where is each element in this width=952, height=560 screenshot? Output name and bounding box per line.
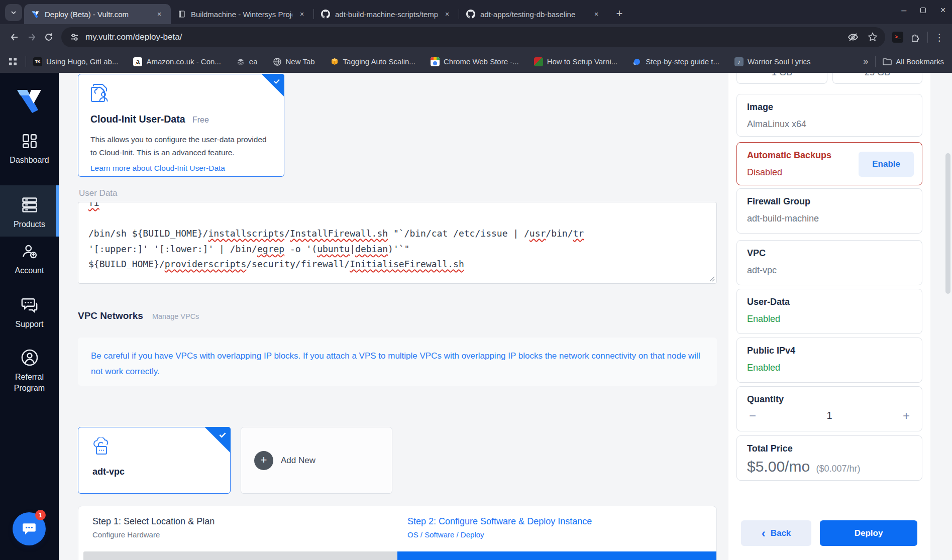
address-bar[interactable]: my.vultr.com/deploy-beta/ <box>61 27 885 47</box>
bookmark-item[interactable]: How to Setup Varni... <box>534 57 618 66</box>
bookmarks-overflow-icon[interactable] <box>863 56 868 67</box>
cloud-init-card[interactable]: Cloud-Init User-Data Free This allows yo… <box>78 74 284 177</box>
plus-icon <box>254 451 273 470</box>
bookmark-item[interactable]: Amazon.co.uk - Con... <box>133 57 221 66</box>
folder-icon <box>883 58 892 66</box>
package-favicon <box>330 57 339 66</box>
firewall-label: Firewall Group <box>747 196 912 207</box>
window-maximize-button[interactable] <box>920 8 926 13</box>
step-2-title: Step 2: Configure Software & Deploy Inst… <box>407 516 592 527</box>
site-settings-icon[interactable] <box>69 32 79 42</box>
close-tab-icon[interactable] <box>443 10 452 19</box>
terminal-extension-icon[interactable] <box>892 32 903 43</box>
sidebar-item-products[interactable]: Products <box>0 185 59 237</box>
bookmark-item[interactable]: New Tab <box>273 57 315 66</box>
all-bookmarks-button[interactable]: All Bookmarks <box>883 57 944 66</box>
deploy-steps-bar: Step 1: Select Location & Plan Configure… <box>78 506 717 560</box>
add-new-vpc-button[interactable]: Add New <box>241 427 392 494</box>
bookmark-star-icon[interactable] <box>867 32 878 43</box>
back-button-step[interactable]: Back <box>741 520 811 546</box>
bookmark-label: ea <box>249 57 258 66</box>
bookmark-item[interactable]: Warrior Soul Lyrics <box>734 57 811 66</box>
quantity-value: 1 <box>826 410 832 421</box>
github-icon <box>321 10 330 19</box>
toolbar-divider <box>927 32 928 43</box>
account-icon <box>21 243 39 261</box>
vpc-option-name: adt-vpc <box>92 467 230 477</box>
amazon-favicon <box>133 57 142 66</box>
back-button[interactable] <box>6 29 23 46</box>
quantity-decrease-button[interactable] <box>749 411 756 421</box>
bookmark-item[interactable]: Using Hugo, GitLab... <box>33 57 118 66</box>
music-favicon <box>734 57 744 66</box>
tab-vultr-deploy[interactable]: Deploy (Beta) - Vultr.com <box>24 4 171 24</box>
page-scrollbar[interactable] <box>945 153 950 294</box>
summary-quantity-card: Quantity 1 <box>736 386 922 431</box>
summary-image-card: Image AlmaLinux x64 <box>736 94 922 137</box>
tab-search-button[interactable] <box>5 4 22 21</box>
sidebar-item-support[interactable]: Support <box>0 296 59 330</box>
quantity-increase-button[interactable] <box>903 411 910 421</box>
user-data-status: Enabled <box>747 314 912 324</box>
sidebar-item-dashboard[interactable]: Dashboard <box>0 132 59 166</box>
vultr-logo[interactable] <box>0 87 59 113</box>
reload-button[interactable] <box>40 29 57 46</box>
summary-backups-card: Automatic Backups Disabled Enable <box>736 142 922 185</box>
sidebar-item-referral-program[interactable]: Referral Program <box>0 348 59 393</box>
window-close-button[interactable] <box>940 6 946 15</box>
close-tab-icon[interactable] <box>297 10 306 19</box>
close-tab-icon[interactable] <box>155 10 164 19</box>
step-2-tab[interactable]: Step 2: Configure Software & Deploy Inst… <box>407 516 592 539</box>
bookmark-label: Tagging Auto Scalin... <box>343 57 415 66</box>
chrome-web-store-favicon <box>431 57 440 66</box>
manage-vpcs-link[interactable]: Manage VPCs <box>152 312 199 320</box>
tab-github-adt-apps[interactable]: adt-apps/testing-db-baseline <box>459 4 608 24</box>
window-minimize-button[interactable] <box>901 5 906 16</box>
url-text[interactable]: my.vultr.com/deploy-beta/ <box>85 32 847 42</box>
tab-buildmachine[interactable]: Buildmachine - Wintersys Proje <box>171 4 313 24</box>
bookmark-item[interactable]: Chrome Web Store -... <box>431 57 519 66</box>
deploy-button[interactable]: Deploy <box>820 520 917 546</box>
quantity-label: Quantity <box>747 394 912 405</box>
bookmarks-bar: Using Hugo, GitLab... Amazon.co.uk - Con… <box>0 50 952 73</box>
bookmark-label: Warrior Soul Lyrics <box>748 57 811 66</box>
eye-off-icon[interactable] <box>847 31 859 43</box>
free-badge: Free <box>192 116 209 124</box>
dashboard-icon <box>21 132 39 150</box>
user-data-textarea[interactable]: fi /bin/sh ${BUILD_HOME}/installscripts/… <box>78 202 717 284</box>
bookmark-label: Step-by-step guide t... <box>646 57 719 66</box>
apps-grid-icon[interactable] <box>8 57 18 66</box>
tab-github-scripts[interactable]: adt-build-machine-scripts/temp <box>314 4 459 24</box>
resize-handle-icon[interactable] <box>709 276 715 282</box>
cloud-init-description: This allows you to configure the user-da… <box>90 133 272 159</box>
book-icon <box>178 10 186 18</box>
close-tab-icon[interactable] <box>592 10 601 19</box>
referral-icon <box>20 348 39 367</box>
step-1-tab[interactable]: Step 1: Select Location & Plan Configure… <box>92 516 215 539</box>
bookmark-item[interactable]: Step-by-step guide t... <box>632 57 719 66</box>
vpc-networks-heading: VPC Networks <box>78 310 143 321</box>
summary-panel: 1 GB 25 GB Image AlmaLinux x64 Automatic… <box>728 73 930 560</box>
bookmark-item[interactable]: ea <box>236 57 258 66</box>
selected-checkmark <box>204 427 231 453</box>
cloud-init-learn-more-link[interactable]: Learn more about Cloud-Init User-Data <box>90 164 272 173</box>
vpc-option-adt-vpc[interactable]: adt-vpc <box>78 427 231 494</box>
enable-backups-button[interactable]: Enable <box>859 152 914 177</box>
extensions-puzzle-icon[interactable] <box>906 29 923 46</box>
firewall-value: adt-build-machine <box>747 213 912 224</box>
new-tab-button[interactable] <box>612 6 627 21</box>
chat-notification-badge: 1 <box>35 510 46 520</box>
browser-menu-icon[interactable] <box>932 32 947 43</box>
sidebar-item-account[interactable]: Account <box>0 243 59 276</box>
summary-user-data-card: User-Data Enabled <box>736 289 922 334</box>
bookmark-label: How to Setup Varni... <box>547 57 618 66</box>
image-label: Image <box>747 102 912 113</box>
add-new-label: Add New <box>281 456 315 466</box>
bookmark-favicon <box>33 57 42 66</box>
bookmark-item[interactable]: Tagging Auto Scalin... <box>330 57 415 66</box>
app-sidebar: Dashboard Products Account Support Refer… <box>0 73 59 560</box>
vpc-label: VPC <box>747 248 912 259</box>
forward-button[interactable] <box>23 29 40 46</box>
cloud-init-title: Cloud-Init User-Data <box>90 114 185 125</box>
blue-dot-favicon <box>632 57 642 66</box>
